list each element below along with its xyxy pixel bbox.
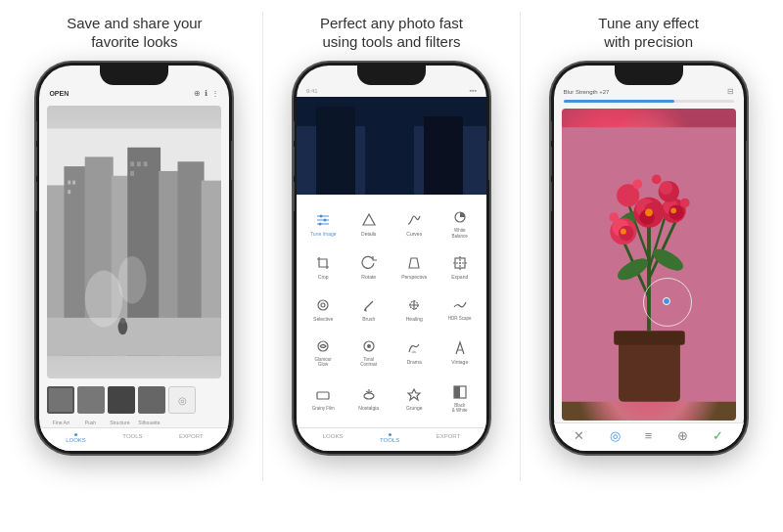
cancel-icon[interactable]: ✕ <box>574 428 584 443</box>
phone-3: Blur Strength +27 ⊟ <box>551 63 747 454</box>
tool-label-vintage: Vintage <box>451 359 468 365</box>
nav2-looks[interactable]: LOOKS <box>323 433 344 443</box>
nav-tools[interactable]: TOOLS <box>122 433 142 443</box>
toolbar-icons: ⊕ ℹ ⋮ <box>194 89 219 98</box>
svg-point-49 <box>364 393 374 399</box>
svg-rect-29 <box>316 107 355 195</box>
look-thumbnail-3[interactable] <box>108 386 135 414</box>
grunge-icon <box>405 385 423 403</box>
details-icon <box>360 211 378 229</box>
svg-point-80 <box>651 175 661 185</box>
grainy-icon <box>314 386 332 404</box>
look-label-2: Push <box>76 420 104 425</box>
panel-title-3: Tune any effect with precision <box>598 12 699 53</box>
tool-brush[interactable]: Brush <box>345 288 392 329</box>
tool-vintage[interactable]: Vintage <box>437 330 483 376</box>
tool-grainy[interactable]: Grainy Film <box>300 376 346 421</box>
svg-rect-12 <box>69 190 71 194</box>
crop-icon <box>314 254 332 272</box>
radial-filter-icon[interactable]: ◎ <box>610 428 621 443</box>
tool-tonal[interactable]: TonalContrast <box>345 330 392 376</box>
tools-grid: Tune Image Details <box>297 195 486 427</box>
nostalgia-icon <box>360 385 378 403</box>
panel-tools: Perfect any photo fast using tools and f… <box>270 12 513 454</box>
svg-point-81 <box>609 212 619 222</box>
mask-icon[interactable]: ⊕ <box>677 428 688 443</box>
tool-drama[interactable]: Drama <box>392 330 438 376</box>
svg-rect-14 <box>137 161 141 166</box>
svg-rect-48 <box>317 392 329 399</box>
tool-curves[interactable]: Curves <box>392 200 438 246</box>
tool-label-curves: Curves <box>406 231 422 237</box>
nav-export[interactable]: EXPORT <box>179 433 204 443</box>
drama-icon <box>405 339 423 357</box>
selective-icon <box>314 296 332 314</box>
tool-grunge[interactable]: Grunge <box>392 376 438 421</box>
svg-rect-54 <box>454 386 460 398</box>
confirm-icon[interactable]: ✓ <box>713 428 723 443</box>
tool-white-balance[interactable]: WhiteBalance <box>437 200 483 246</box>
tool-selective[interactable]: Selective <box>300 288 346 329</box>
tool-details[interactable]: Details <box>345 200 392 246</box>
tool-crop[interactable]: Crop <box>300 246 346 288</box>
nav2-tools[interactable]: TOOLS <box>380 433 399 443</box>
panel-looks: Save and share your favorite looks OPEN … <box>13 12 255 454</box>
toolbar-time: 9:41 <box>306 88 318 94</box>
tool-label-glamour: GlamourGlow <box>315 357 332 368</box>
svg-point-42 <box>321 303 325 307</box>
svg-point-82 <box>680 199 690 208</box>
look-label-3: Structure <box>106 420 133 425</box>
info-icon[interactable]: ℹ <box>205 89 207 98</box>
tool-label-perspective: Perspective <box>401 274 427 280</box>
tool-perspective[interactable]: Perspective <box>392 246 438 288</box>
svg-point-35 <box>324 218 327 221</box>
tool-expand[interactable]: Expand <box>437 246 483 288</box>
nav-looks[interactable]: LOOKS <box>66 433 86 443</box>
tool-label-wb: WhiteBalance <box>452 228 468 239</box>
compare-icon[interactable]: ⊟ <box>727 87 734 96</box>
tune-sliders-icon[interactable]: ≡ <box>645 428 653 443</box>
tool-label-grunge: Grunge <box>406 405 423 411</box>
tool-label-tonal: TonalContrast <box>360 357 377 368</box>
tool-bw[interactable]: Black& White <box>437 376 483 421</box>
white-balance-icon <box>451 208 469 226</box>
tool-nostalgia[interactable]: Nostalgia <box>345 376 392 421</box>
phone3-bottom-bar: ✕ ◎ ≡ ⊕ ✓ <box>554 422 744 451</box>
svg-rect-10 <box>69 181 71 185</box>
tool-glamour[interactable]: GlamourGlow <box>300 330 346 376</box>
nav2-export[interactable]: EXPORT <box>437 433 461 443</box>
phone-2: 9:41 ▪▪▪ <box>294 63 489 454</box>
svg-point-75 <box>668 205 683 220</box>
divider-1 <box>262 12 263 481</box>
svg-rect-24 <box>77 386 105 414</box>
svg-point-85 <box>670 207 676 213</box>
look-label-4: Silhouette <box>135 420 162 425</box>
svg-rect-11 <box>73 181 76 185</box>
look-thumbnail-4[interactable] <box>138 386 165 414</box>
tool-label-brush: Brush <box>362 316 375 322</box>
tool-rotate[interactable]: Rotate <box>345 246 392 288</box>
expand-icon <box>451 254 469 272</box>
blur-slider[interactable] <box>564 100 734 103</box>
notch-2 <box>357 66 426 85</box>
tool-tune-image[interactable]: Tune Image <box>300 200 346 246</box>
svg-marker-38 <box>363 214 375 225</box>
look-thumbnail-1[interactable] <box>47 386 74 414</box>
toolbar-status: ▪▪▪ <box>470 87 477 94</box>
look-thumbnail-add[interactable]: ◎ <box>168 386 196 414</box>
glamour-icon <box>314 337 332 355</box>
more-icon[interactable]: ⋮ <box>211 89 219 98</box>
svg-point-46 <box>367 344 371 348</box>
looks-strip: ◎ <box>39 382 229 418</box>
tool-healing[interactable]: Healing <box>392 288 438 329</box>
tool-hdr[interactable]: HDR Scape <box>437 288 483 329</box>
svg-rect-25 <box>108 386 135 414</box>
filter-icon[interactable]: ⊕ <box>194 89 201 98</box>
tool-label-healing: Healing <box>406 316 423 322</box>
svg-rect-30 <box>365 97 414 195</box>
healing-icon <box>405 296 423 314</box>
svg-point-78 <box>659 181 672 195</box>
svg-rect-26 <box>138 386 165 414</box>
look-thumbnail-2[interactable] <box>77 386 105 414</box>
svg-rect-17 <box>47 318 221 356</box>
